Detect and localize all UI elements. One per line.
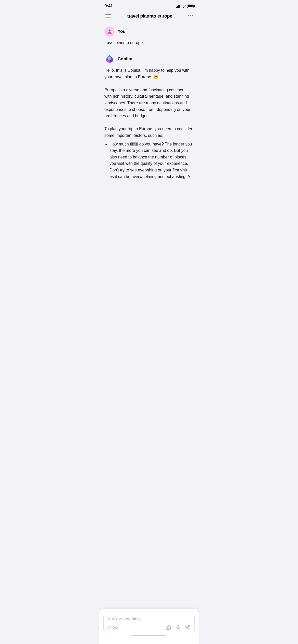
chat-content: You travel plannto europe: [99, 22, 199, 188]
signal-icon: [176, 5, 180, 8]
status-icons: [176, 5, 194, 8]
copilot-para-3: To plan your trip to Europe, you need to…: [104, 126, 194, 139]
copilot-logo-icon: [105, 54, 114, 64]
status-bar: 9:41: [99, 0, 199, 11]
copilot-message-header: Copilot: [104, 54, 194, 64]
svg-point-0: [109, 30, 111, 32]
text-cursor: time: [130, 142, 138, 146]
copilot-para-2: Europe is a diverse and fascinating cont…: [104, 87, 194, 119]
menu-button[interactable]: [104, 13, 112, 19]
bullet-item-1: How much time do you have? The longer yo…: [110, 141, 194, 180]
user-avatar-icon: [106, 28, 113, 35]
user-message-text: travel plannto europe: [104, 40, 194, 46]
copilot-bullet-list: How much time do you have? The longer yo…: [110, 141, 194, 180]
copilot-response-body: Hello, this is Copilot. I'm happy to hel…: [104, 67, 194, 180]
user-message-header: You: [104, 26, 194, 37]
nav-header: travel plannto europe ···: [99, 11, 199, 22]
copilot-avatar: [104, 54, 115, 64]
copilot-message: Copilot Hello, this is Copilot. I'm happ…: [104, 54, 194, 180]
user-name: You: [118, 29, 126, 34]
battery-icon: [187, 5, 194, 8]
status-time: 9:41: [104, 4, 113, 9]
user-avatar: [104, 26, 115, 37]
more-button[interactable]: ···: [187, 13, 194, 19]
wifi-icon: [182, 5, 186, 8]
copilot-para-1: Hello, this is Copilot. I'm happy to hel…: [104, 67, 194, 80]
user-message: You travel plannto europe: [104, 26, 194, 46]
copilot-name: Copilot: [118, 56, 133, 62]
page-title: travel plannto europe: [127, 13, 172, 19]
